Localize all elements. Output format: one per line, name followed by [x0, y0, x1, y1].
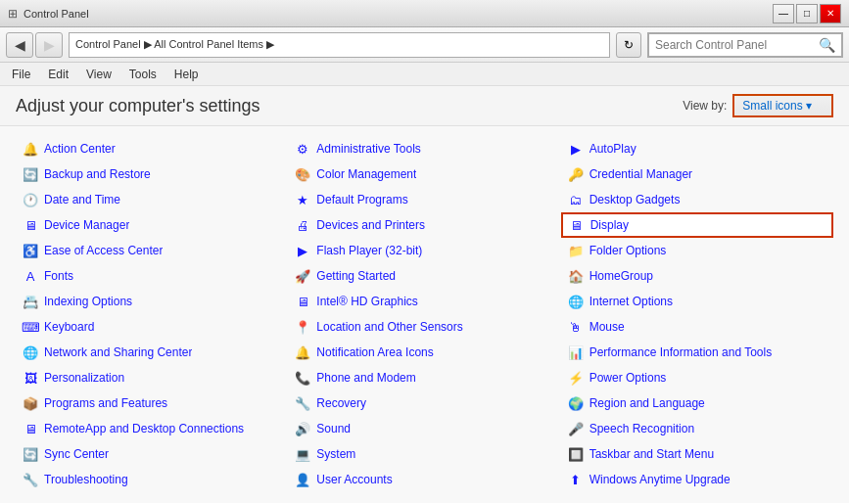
cp-item-taskbar-and-start-menu[interactable]: 🔲Taskbar and Start Menu	[561, 441, 833, 467]
cp-item-keyboard[interactable]: ⌨Keyboard	[16, 314, 288, 340]
cp-item-label: Flash Player (32-bit)	[316, 244, 422, 257]
getting-started-icon: 🚀	[295, 268, 310, 284]
cp-item-internet-options[interactable]: 🌐Internet Options	[561, 289, 833, 314]
forward-button[interactable]: ▶	[35, 32, 63, 58]
cp-item-label: Region and Language	[590, 396, 705, 410]
cp-item-personalization[interactable]: 🖼Personalization	[16, 365, 288, 390]
cp-item-windows-anytime-upgrade[interactable]: ⬆Windows Anytime Upgrade	[561, 467, 833, 492]
cp-item-network-and-sharing-center[interactable]: 🌐Network and Sharing Center	[16, 340, 288, 365]
cp-item-sync-center[interactable]: 🔄Sync Center	[16, 441, 288, 467]
cp-item-desktop-gadgets[interactable]: 🗂Desktop Gadgets	[561, 187, 833, 212]
cp-item-performance-information-and-tools[interactable]: 📊Performance Information and Tools	[561, 340, 833, 365]
notification-area-icons-icon: 🔔	[295, 344, 310, 360]
taskbar-and-start-menu-icon: 🔲	[568, 446, 584, 462]
cp-item-getting-started[interactable]: 🚀Getting Started	[288, 263, 560, 289]
sound-icon: 🔊	[295, 421, 310, 436]
cp-item-label: Windows Anytime Upgrade	[590, 473, 731, 486]
cp-item-administrative-tools[interactable]: ⚙Administrative Tools	[288, 136, 560, 161]
cp-item-user-accounts[interactable]: 👤User Accounts	[288, 467, 560, 492]
cp-item-flash-player-(32-bit)[interactable]: ▶Flash Player (32-bit)	[288, 238, 560, 263]
autoplay-icon: ▶	[568, 141, 584, 157]
minimize-button[interactable]: —	[773, 4, 794, 23]
cp-item-indexing-options[interactable]: 📇Indexing Options	[16, 289, 288, 314]
cp-item-label: System	[316, 447, 355, 461]
personalization-icon: 🖼	[23, 370, 38, 386]
cp-item-label: User Accounts	[316, 473, 392, 486]
cp-item-label: Device Manager	[44, 218, 129, 232]
cp-item-location-and-other-sensors[interactable]: 📍Location and Other Sensors	[288, 314, 560, 340]
cp-item-programs-and-features[interactable]: 📦Programs and Features	[16, 390, 288, 416]
title-bar: ⊞ Control Panel — □ ✕	[0, 0, 849, 27]
page-title: Adjust your computer's settings	[16, 96, 260, 116]
cp-item-homegroup[interactable]: 🏠HomeGroup	[561, 263, 833, 289]
cp-item-label: Indexing Options	[44, 295, 132, 308]
view-by-dropdown[interactable]: Small icons ▾	[732, 94, 833, 117]
cp-item-notification-area-icons[interactable]: 🔔Notification Area Icons	[288, 340, 560, 365]
cp-item-power-options[interactable]: ⚡Power Options	[561, 365, 833, 390]
programs-and-features-icon: 📦	[23, 395, 38, 411]
menu-view[interactable]: View	[78, 65, 119, 84]
cp-item-label: Intel® HD Graphics	[316, 295, 418, 308]
cp-item-label: Sound	[316, 422, 351, 435]
close-button[interactable]: ✕	[820, 4, 841, 23]
refresh-button[interactable]: ↻	[616, 32, 641, 58]
address-path[interactable]: Control Panel ▶ All Control Panel Items …	[69, 32, 610, 58]
cp-item-backup-and-restore[interactable]: 🔄Backup and Restore	[16, 161, 288, 187]
speech-recognition-icon: 🎤	[568, 421, 584, 436]
cp-item-action-center[interactable]: 🔔Action Center	[16, 136, 288, 161]
cp-item-default-programs[interactable]: ★Default Programs	[288, 187, 560, 212]
cp-item-intel®-hd-graphics[interactable]: 🖥Intel® HD Graphics	[288, 289, 560, 314]
internet-options-icon: 🌐	[568, 294, 584, 309]
cp-item-region-and-language[interactable]: 🌍Region and Language	[561, 390, 833, 416]
cp-item-color-management[interactable]: 🎨Color Management	[288, 161, 560, 187]
view-by-label: View by:	[683, 99, 727, 113]
cp-item-recovery[interactable]: 🔧Recovery	[288, 390, 560, 416]
search-input[interactable]	[655, 38, 819, 52]
cp-item-phone-and-modem[interactable]: 📞Phone and Modem	[288, 365, 560, 390]
menu-file[interactable]: File	[4, 65, 38, 84]
troubleshooting-icon: 🔧	[23, 472, 38, 487]
search-box[interactable]: 🔍	[647, 32, 843, 58]
cp-item-system[interactable]: 💻System	[288, 441, 560, 467]
devices-and-printers-icon: 🖨	[295, 217, 310, 233]
cp-item-sound[interactable]: 🔊Sound	[288, 416, 560, 441]
system-icon: 💻	[295, 446, 310, 462]
cp-item-troubleshooting[interactable]: 🔧Troubleshooting	[16, 467, 288, 492]
cp-item-label: Mouse	[590, 320, 625, 334]
cp-item-label: Folder Options	[590, 244, 667, 257]
cp-item-credential-manager[interactable]: 🔑Credential Manager	[561, 161, 833, 187]
cp-item-label: Network and Sharing Center	[44, 345, 192, 359]
view-by-bar: Adjust your computer's settings View by:…	[0, 86, 849, 126]
cp-item-remoteapp-and-desktop-connections[interactable]: 🖥RemoteApp and Desktop Connections	[16, 416, 288, 441]
cp-item-label: Credential Manager	[590, 167, 692, 181]
menu-edit[interactable]: Edit	[40, 65, 76, 84]
back-button[interactable]: ◀	[6, 32, 33, 58]
cp-item-fonts[interactable]: AFonts	[16, 263, 288, 289]
credential-manager-icon: 🔑	[568, 166, 584, 182]
title-bar-left: ⊞ Control Panel	[8, 7, 89, 21]
cp-item-label: HomeGroup	[590, 269, 653, 283]
maximize-button[interactable]: □	[796, 4, 818, 23]
cp-item-mouse[interactable]: 🖱Mouse	[561, 314, 833, 340]
cp-item-display[interactable]: 🖥Display	[561, 212, 833, 238]
windows-anytime-upgrade-icon: ⬆	[568, 472, 584, 487]
menu-tools[interactable]: Tools	[121, 65, 165, 84]
cp-item-label: Backup and Restore	[44, 167, 151, 181]
power-options-icon: ⚡	[568, 370, 584, 386]
cp-item-devices-and-printers[interactable]: 🖨Devices and Printers	[288, 212, 560, 238]
sync-center-icon: 🔄	[23, 446, 38, 462]
folder-options-icon: 📁	[568, 243, 584, 258]
cp-item-label: Display	[590, 218, 629, 232]
cp-item-speech-recognition[interactable]: 🎤Speech Recognition	[561, 416, 833, 441]
cp-item-ease-of-access-center[interactable]: ♿Ease of Access Center	[16, 238, 288, 263]
cp-item-label: Color Management	[316, 167, 416, 181]
cp-item-autoplay[interactable]: ▶AutoPlay	[561, 136, 833, 161]
cp-item-folder-options[interactable]: 📁Folder Options	[561, 238, 833, 263]
cp-item-date-and-time[interactable]: 🕐Date and Time	[16, 187, 288, 212]
keyboard-icon: ⌨	[23, 319, 38, 335]
cp-item-device-manager[interactable]: 🖥Device Manager	[16, 212, 288, 238]
cp-item-label: Sync Center	[44, 447, 109, 461]
network-and-sharing-center-icon: 🌐	[23, 344, 38, 360]
menu-help[interactable]: Help	[166, 65, 207, 84]
view-by-value: Small icons ▾	[742, 99, 812, 113]
